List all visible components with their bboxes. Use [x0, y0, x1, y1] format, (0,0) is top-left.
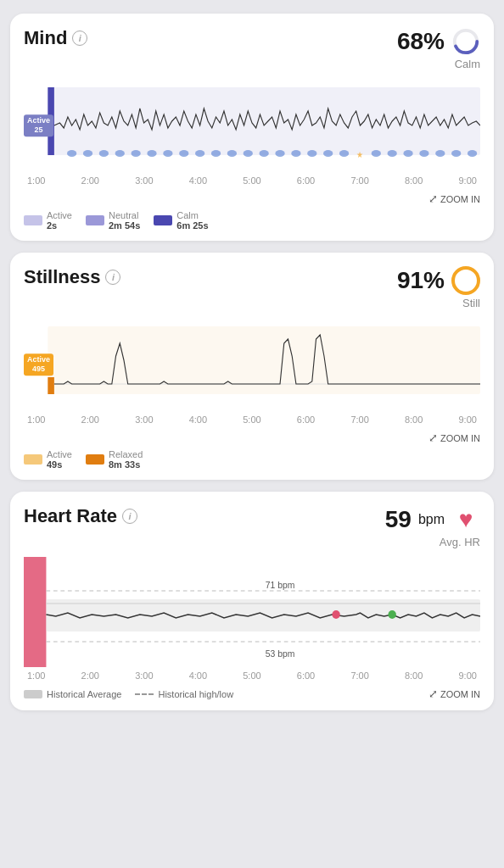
hr-dashed-line-icon	[135, 693, 154, 695]
mind-legend-active: Active 2s	[24, 210, 72, 231]
mind-neutral-value: 2m 54s	[109, 220, 140, 231]
stillness-relaxed-text: Relaxed 8m 33s	[109, 449, 143, 470]
time-7: 7:00	[350, 175, 368, 186]
mind-legend-neutral: Neutral 2m 54s	[86, 210, 140, 231]
mind-header: Mind i 68% Calm	[24, 27, 480, 70]
hr-hist-highlow-label: Historical high/low	[158, 689, 233, 699]
hr-hist-highlow-legend: Historical high/low	[135, 689, 233, 699]
svg-point-6	[99, 150, 109, 157]
svg-point-10	[163, 150, 172, 157]
stillness-chart-svg	[24, 318, 480, 411]
svg-point-21	[339, 150, 349, 157]
hrtime-9: 9:00	[459, 670, 477, 681]
time-9: 9:00	[459, 175, 477, 186]
hr-header: Heart Rate i 59bpm ♥ Avg. HR	[24, 505, 480, 548]
mind-neutral-swatch	[86, 215, 104, 225]
zoom-expand-icon: ⤢	[428, 192, 438, 205]
mind-info-icon[interactable]: i	[72, 31, 87, 46]
stillness-title: Stillness	[24, 266, 100, 288]
hr-zoom-expand-icon: ⤢	[428, 687, 438, 700]
mind-score: 68%	[397, 28, 445, 55]
mind-calm-text: Calm 6m 25s	[176, 210, 208, 231]
stillness-active-label: Active	[47, 449, 72, 459]
stillness-card: Stillness i 91% Still Active495 1:00 2:0…	[10, 253, 494, 480]
hr-title: Heart Rate	[24, 505, 117, 527]
hr-unit: bpm	[418, 512, 445, 527]
stillness-legend: Active 49s Relaxed 8m 33s	[24, 449, 480, 470]
time-6: 6:00	[297, 175, 315, 186]
stillness-header: Stillness i 91% Still	[24, 266, 480, 309]
svg-point-24	[388, 150, 397, 157]
hr-chart: 71 bpm 53 bpm	[24, 557, 480, 667]
hr-hist-avg-label: Historical Average	[47, 689, 121, 699]
mind-time-axis: 1:00 2:00 3:00 4:00 5:00 6:00 7:00 8:00 …	[24, 175, 480, 186]
stime-5: 5:00	[243, 415, 260, 425]
mind-active-value: 2s	[47, 220, 72, 231]
svg-text:71 bpm: 71 bpm	[266, 580, 295, 590]
mind-card: Mind i 68% Calm Active25	[10, 14, 494, 241]
mind-chart: Active25	[24, 79, 480, 172]
mind-chart-svg: ★	[24, 79, 480, 172]
svg-point-27	[435, 150, 445, 157]
svg-text:53 bpm: 53 bpm	[266, 648, 295, 659]
stillness-relaxed-label: Relaxed	[109, 449, 143, 459]
svg-rect-33	[24, 557, 46, 667]
mind-neutral-label: Neutral	[109, 210, 140, 220]
stime-2: 2:00	[81, 415, 99, 425]
time-8: 8:00	[405, 175, 423, 186]
mind-donut-icon	[451, 27, 480, 56]
mind-active-badge: Active25	[24, 114, 53, 136]
svg-point-17	[275, 150, 284, 157]
svg-rect-31	[48, 377, 54, 394]
svg-point-23	[372, 150, 381, 157]
mind-status: Calm	[455, 58, 480, 70]
stillness-active-text: Active 49s	[47, 449, 72, 470]
hr-score: 59	[385, 506, 412, 533]
mind-legend: Active 2s Neutral 2m 54s Calm 6m 25s	[24, 210, 480, 231]
heart-icon: ♥	[451, 505, 480, 534]
svg-point-8	[131, 150, 140, 157]
svg-point-14	[227, 150, 237, 157]
stillness-active-swatch	[24, 454, 42, 465]
hrtime-4: 4:00	[189, 670, 207, 681]
mind-calm-swatch	[154, 215, 172, 225]
stime-8: 8:00	[405, 415, 423, 425]
stillness-zoom-label: ZOOM IN	[440, 433, 480, 443]
stillness-score: 91%	[397, 267, 445, 294]
stime-7: 7:00	[350, 415, 368, 425]
mind-zoom-label: ZOOM IN	[440, 194, 480, 204]
stillness-info-icon[interactable]: i	[105, 270, 120, 285]
mind-title-group: Mind i	[24, 27, 87, 49]
stillness-active-value: 49s	[47, 459, 72, 470]
hr-bottom-legend: Historical Average Historical high/low ⤢…	[24, 687, 480, 700]
svg-point-28	[451, 150, 461, 157]
mind-legend-calm: Calm 6m 25s	[154, 210, 208, 231]
mind-active-label: Active	[47, 210, 72, 220]
stillness-zoom-button[interactable]: ⤢ ZOOM IN	[428, 431, 480, 444]
mind-active-text: Active 2s	[47, 210, 72, 231]
hrtime-2: 2:00	[81, 670, 99, 681]
stillness-zoom-row: ⤢ ZOOM IN	[24, 431, 480, 444]
mind-score-group: 68% Calm	[397, 27, 480, 70]
stillness-score-row: 91%	[397, 266, 480, 295]
svg-point-26	[419, 150, 428, 157]
mind-score-row: 68%	[397, 27, 480, 56]
time-4: 4:00	[189, 175, 207, 186]
hr-info-icon[interactable]: i	[122, 509, 137, 524]
hrtime-7: 7:00	[350, 670, 368, 681]
hr-score-row: 59bpm ♥	[385, 505, 480, 534]
hr-zoom-button[interactable]: ⤢ ZOOM IN	[428, 687, 480, 700]
svg-text:★: ★	[356, 150, 364, 159]
svg-point-29	[468, 150, 477, 157]
time-5: 5:00	[243, 175, 260, 186]
stillness-legend-active: Active 49s	[24, 449, 72, 470]
svg-point-7	[115, 150, 125, 157]
stillness-relaxed-swatch	[86, 454, 104, 465]
svg-point-20	[323, 150, 333, 157]
hr-time-axis: 1:00 2:00 3:00 4:00 5:00 6:00 7:00 8:00 …	[24, 670, 480, 681]
svg-point-18	[291, 150, 300, 157]
mind-zoom-button[interactable]: ⤢ ZOOM IN	[428, 192, 480, 205]
mind-neutral-text: Neutral 2m 54s	[109, 210, 140, 231]
stime-3: 3:00	[135, 415, 153, 425]
stillness-active-badge: Active495	[24, 353, 53, 376]
